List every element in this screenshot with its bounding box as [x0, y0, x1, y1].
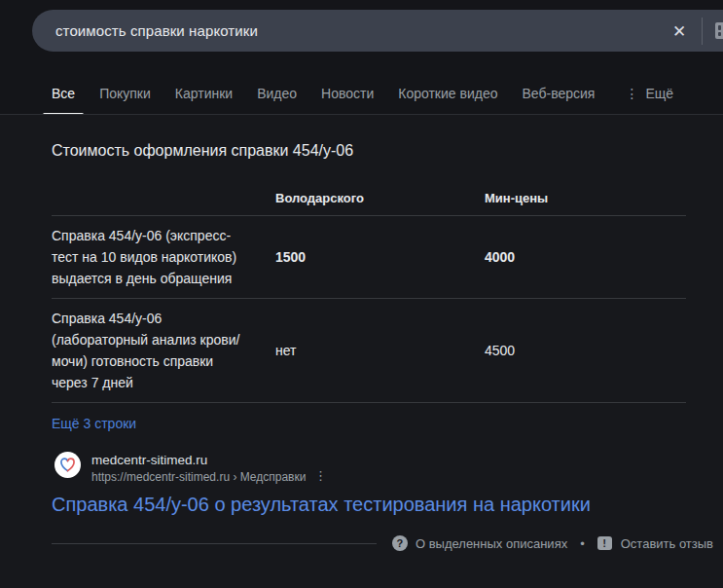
tab-all[interactable]: Все [52, 86, 75, 114]
row-label: Справка 454/у-06 (экспресс-тест на 10 ви… [52, 225, 275, 289]
table-row: Справка 454/у-06 (лабораторный анализ кр… [52, 298, 686, 403]
tab-short-videos[interactable]: Короткие видео [398, 86, 497, 114]
tab-images[interactable]: Картинки [175, 86, 233, 114]
breadcrumb[interactable]: https://medcentr-sitimed.ru › Медсправки [91, 470, 306, 484]
search-bar[interactable]: стоимость справки наркотики ✕ [32, 10, 723, 52]
snippet-footer: ? О выделенных описаниях • ! Оставить от… [52, 533, 713, 554]
footer-divider-line [52, 543, 377, 544]
clear-search-button[interactable]: ✕ [667, 18, 692, 44]
column-header-min-prices: Мин-цены [485, 191, 686, 205]
tab-news[interactable]: Новости [321, 86, 374, 114]
result-title-link[interactable]: Справка 454/у-06 о результатах тестирова… [52, 494, 591, 516]
row-value-min-price: 4000 [485, 249, 686, 265]
tab-web-version[interactable]: Веб-версия [523, 86, 596, 114]
tab-more[interactable]: ⋮ Ещё [625, 86, 673, 114]
site-favicon [54, 452, 81, 478]
column-header-volodarskogo: Володарского [275, 191, 485, 205]
about-snippets-link[interactable]: О выделенных описаниях [416, 536, 567, 551]
results-area: Стоимость оформления справки 454/у-06 Во… [0, 115, 723, 588]
row-label: Справка 454/у-06 (лабораторный анализ кр… [52, 308, 275, 393]
feedback-icon[interactable]: ! [597, 536, 612, 550]
help-icon[interactable]: ? [392, 535, 408, 551]
leave-feedback-link[interactable]: Оставить отзыв [621, 536, 713, 551]
snippet-title: Стоимость оформления справки 454/у-06 [52, 142, 353, 160]
close-icon: ✕ [672, 23, 686, 40]
footer-separator-dot: • [580, 536, 585, 551]
result-menu-icon[interactable]: ⋮ [314, 468, 327, 483]
tab-shopping[interactable]: Покупки [99, 86, 151, 114]
row-value-volodarskogo: нет [275, 343, 485, 358]
search-input[interactable]: стоимость справки наркотики [55, 22, 258, 39]
row-value-min-price: 4500 [485, 343, 686, 358]
price-table: Володарского Мин-цены Справка 454/у-06 (… [52, 173, 686, 403]
row-value-volodarskogo: 1500 [275, 249, 485, 265]
more-dots-icon: ⋮ [625, 86, 638, 101]
tab-videos[interactable]: Видео [257, 86, 297, 114]
table-header-row: Володарского Мин-цены [52, 173, 686, 215]
table-row: Справка 454/у-06 (экспресс-тест на 10 ви… [52, 215, 686, 298]
site-name[interactable]: medcentr-sitimed.ru [91, 453, 207, 467]
keyboard-icon[interactable] [715, 22, 723, 39]
more-rows-link[interactable]: Ещё 3 строки [52, 416, 136, 431]
heart-logo-icon [56, 454, 79, 476]
search-bar-divider [702, 18, 703, 45]
search-tabs: Все Покупки Картинки Видео Новости Корот… [52, 86, 723, 114]
